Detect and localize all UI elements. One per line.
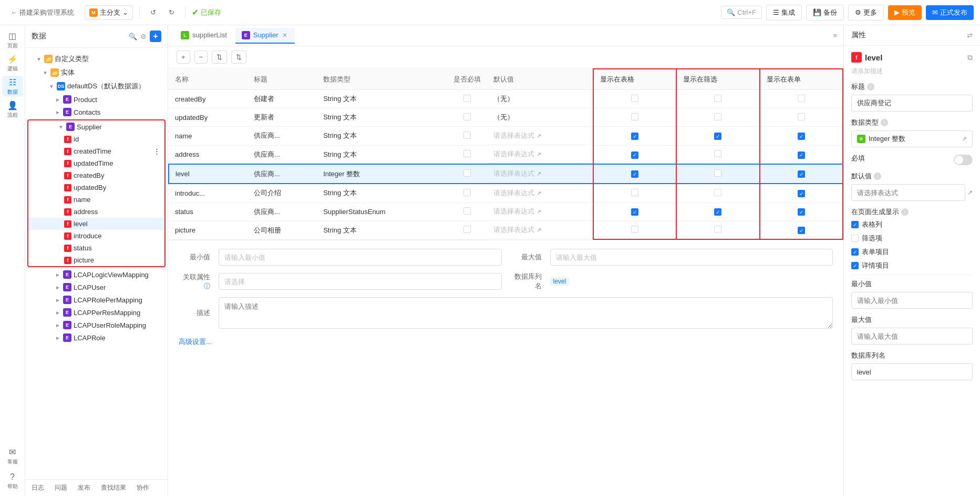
- tree-node-status[interactable]: f status: [28, 242, 164, 254]
- show-table-checkbox[interactable]: ✓: [631, 170, 638, 178]
- display-info-icon[interactable]: i: [901, 208, 909, 216]
- show-form-checkbox[interactable]: ✓: [798, 151, 805, 159]
- tree-node-created-by[interactable]: f createdBy: [28, 169, 164, 181]
- tree-node-introduce[interactable]: f introduce: [28, 230, 164, 242]
- tab-collab[interactable]: 协作: [135, 483, 151, 492]
- cell-show-filter[interactable]: ✓: [676, 127, 759, 146]
- cell-show-filter[interactable]: [676, 90, 759, 108]
- show-table-checkbox[interactable]: [631, 226, 638, 233]
- tree-node-product[interactable]: ► E Product: [25, 93, 168, 106]
- preview-button[interactable]: ▶ 预览: [888, 5, 922, 20]
- copy-button[interactable]: ⧉: [967, 53, 973, 62]
- cell-show-form[interactable]: ✓: [760, 145, 843, 164]
- props-title-input[interactable]: [851, 95, 973, 112]
- cell-show-table[interactable]: [593, 108, 676, 127]
- tab-log[interactable]: 日志: [29, 483, 46, 492]
- expand-icon[interactable]: ↗: [537, 170, 541, 177]
- required-checkbox[interactable]: [463, 150, 471, 157]
- search-button[interactable]: 🔍 Ctrl+F: [721, 6, 762, 19]
- tree-node-picture[interactable]: f picture: [28, 254, 164, 266]
- props-dbcol-input[interactable]: [851, 363, 973, 380]
- datatype-info-icon[interactable]: i: [881, 119, 888, 126]
- show-table-checkbox[interactable]: ✓: [631, 208, 638, 216]
- cell-show-table[interactable]: [593, 90, 676, 108]
- sidebar-item-help[interactable]: ? 帮助: [2, 471, 23, 492]
- cell-show-table[interactable]: [593, 221, 676, 239]
- cell-show-filter[interactable]: [676, 221, 759, 239]
- show-filter-checkbox[interactable]: [714, 95, 721, 102]
- tree-node-lcap-role[interactable]: ► E LCAPRole: [25, 331, 168, 344]
- show-filter-checkbox[interactable]: [714, 150, 721, 157]
- tree-node-address[interactable]: f address: [28, 206, 164, 218]
- expand-full-icon[interactable]: ↗: [962, 135, 967, 143]
- move-up-button[interactable]: ⇅: [212, 50, 227, 64]
- required-checkbox[interactable]: [463, 207, 471, 215]
- sidebar-item-page[interactable]: ◫ 页面: [2, 29, 23, 50]
- sidebar-item-flow[interactable]: 👤 流程: [2, 99, 23, 120]
- cell-show-form[interactable]: ✓: [760, 203, 843, 221]
- min-value-input[interactable]: [219, 249, 502, 266]
- jicheng-button[interactable]: ☰ 集成: [766, 5, 802, 21]
- expand-icon[interactable]: ↗: [537, 133, 541, 139]
- tab-issue[interactable]: 问题: [53, 483, 69, 492]
- move-down-button[interactable]: ⇅: [231, 50, 246, 64]
- cell-show-form[interactable]: ✓: [760, 221, 843, 239]
- tab-supplier[interactable]: E Supplier ✕: [235, 28, 295, 44]
- add-data-button[interactable]: +: [150, 31, 161, 42]
- cell-required[interactable]: [447, 203, 487, 221]
- expand-icon[interactable]: ↗: [537, 208, 541, 215]
- show-table-checkbox[interactable]: [631, 189, 638, 196]
- tab-bar-right-icon[interactable]: ≡: [833, 32, 837, 39]
- required-checkbox[interactable]: [463, 226, 471, 233]
- relation-info-icon[interactable]: ⓘ: [204, 282, 210, 290]
- show-table-checkbox[interactable]: [631, 113, 638, 120]
- show-form-checkbox[interactable]: ✓: [798, 170, 805, 178]
- tree-node-supplier[interactable]: ▼ E Supplier: [28, 120, 164, 133]
- show-form-checkbox[interactable]: [798, 113, 805, 120]
- required-checkbox[interactable]: [463, 95, 471, 102]
- cell-show-table[interactable]: ✓: [593, 145, 676, 164]
- tree-node-level[interactable]: f level: [28, 218, 164, 230]
- default-info-icon[interactable]: i: [874, 173, 881, 180]
- show-form-option[interactable]: ✓ 表单项目: [851, 247, 973, 257]
- cell-required[interactable]: [447, 108, 487, 127]
- cell-show-filter[interactable]: ✓: [676, 203, 759, 221]
- cell-show-table[interactable]: ✓: [593, 164, 676, 184]
- backup-button[interactable]: 💾 备份: [806, 5, 844, 21]
- undo-button[interactable]: ↺: [146, 6, 160, 18]
- delete-field-button[interactable]: −: [194, 50, 208, 64]
- props-desc-placeholder[interactable]: 请添加描述: [851, 67, 973, 76]
- cell-required[interactable]: [447, 221, 487, 239]
- tree-node-contacts[interactable]: ► E Contacts: [25, 106, 168, 118]
- tree-node-updated-time[interactable]: f updatedTime: [28, 157, 164, 169]
- cell-show-form[interactable]: ✓: [760, 184, 843, 203]
- cell-required[interactable]: [447, 145, 487, 164]
- props-max-input[interactable]: [851, 328, 973, 345]
- settings-data-icon[interactable]: ⚙: [140, 33, 147, 41]
- branch-selector[interactable]: M 主分支 ⌄: [85, 5, 133, 20]
- show-filter-checkbox[interactable]: [714, 113, 721, 120]
- show-form-checkbox[interactable]: ✓: [798, 133, 805, 140]
- required-checkbox[interactable]: [463, 113, 471, 120]
- show-filter-checkbox[interactable]: ✓: [714, 133, 721, 140]
- required-toggle[interactable]: [954, 155, 973, 165]
- cell-show-table[interactable]: ✓: [593, 203, 676, 221]
- sidebar-item-logic[interactable]: ⚡ 逻辑: [2, 53, 23, 74]
- show-form-checkbox[interactable]: ✓: [798, 227, 805, 234]
- show-filter-checkbox-prop[interactable]: [851, 235, 859, 242]
- cell-show-form[interactable]: ✓: [760, 164, 843, 184]
- tab-supplier-list[interactable]: L supplierList: [174, 28, 233, 44]
- tree-node-custom-type[interactable]: ▼ 📁 自定义类型: [25, 52, 168, 66]
- tab-search[interactable]: 查找结果: [99, 483, 128, 492]
- back-button[interactable]: ← 搭建采购管理系统: [6, 6, 78, 19]
- show-filter-option[interactable]: 筛选项: [851, 234, 973, 243]
- show-filter-checkbox[interactable]: [714, 226, 721, 233]
- show-table-checkbox[interactable]: ✓: [631, 151, 638, 159]
- cell-show-filter[interactable]: [676, 108, 759, 127]
- show-table-checkbox-prop[interactable]: ✓: [851, 221, 859, 228]
- sidebar-item-data[interactable]: ☷ 数据: [2, 76, 23, 97]
- expand-icon[interactable]: ↗: [537, 190, 541, 197]
- cell-show-form[interactable]: ✓: [760, 127, 843, 146]
- search-data-icon[interactable]: 🔍: [129, 33, 137, 41]
- sidebar-item-service[interactable]: ✉ 客服: [2, 446, 23, 467]
